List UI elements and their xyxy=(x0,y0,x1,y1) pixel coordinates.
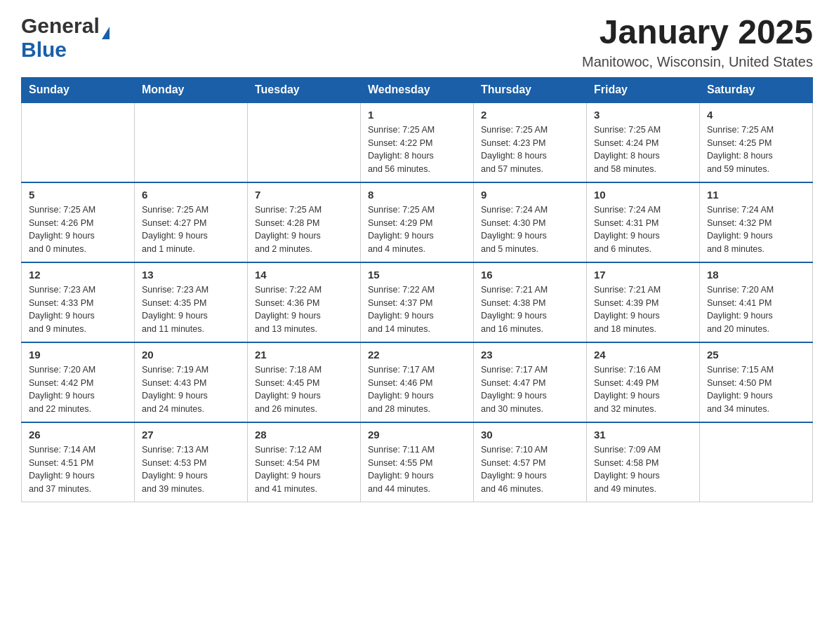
calendar-cell: 30Sunrise: 7:10 AM Sunset: 4:57 PM Dayli… xyxy=(474,422,587,502)
day-info: Sunrise: 7:24 AM Sunset: 4:31 PM Dayligh… xyxy=(594,203,692,256)
calendar-cell: 12Sunrise: 7:23 AM Sunset: 4:33 PM Dayli… xyxy=(22,262,135,342)
day-info: Sunrise: 7:10 AM Sunset: 4:57 PM Dayligh… xyxy=(481,443,579,496)
weekday-header-thursday: Thursday xyxy=(474,77,587,102)
calendar-cell: 13Sunrise: 7:23 AM Sunset: 4:35 PM Dayli… xyxy=(135,262,248,342)
calendar-cell: 3Sunrise: 7:25 AM Sunset: 4:24 PM Daylig… xyxy=(587,102,700,182)
calendar-cell: 16Sunrise: 7:21 AM Sunset: 4:38 PM Dayli… xyxy=(474,262,587,342)
weekday-header-wednesday: Wednesday xyxy=(361,77,474,102)
day-number: 10 xyxy=(594,189,692,201)
day-info: Sunrise: 7:13 AM Sunset: 4:53 PM Dayligh… xyxy=(142,443,240,496)
calendar-cell xyxy=(248,102,361,182)
day-number: 9 xyxy=(481,189,579,201)
day-number: 30 xyxy=(481,429,579,441)
calendar-cell: 22Sunrise: 7:17 AM Sunset: 4:46 PM Dayli… xyxy=(361,342,474,422)
calendar-cell xyxy=(22,102,135,182)
day-number: 15 xyxy=(368,269,466,281)
calendar-cell: 8Sunrise: 7:25 AM Sunset: 4:29 PM Daylig… xyxy=(361,182,474,262)
day-number: 25 xyxy=(707,349,805,361)
day-info: Sunrise: 7:11 AM Sunset: 4:55 PM Dayligh… xyxy=(368,443,466,496)
day-info: Sunrise: 7:15 AM Sunset: 4:50 PM Dayligh… xyxy=(707,363,805,416)
day-info: Sunrise: 7:14 AM Sunset: 4:51 PM Dayligh… xyxy=(29,443,127,496)
page-title: January 2025 xyxy=(582,14,813,51)
day-number: 22 xyxy=(368,349,466,361)
day-info: Sunrise: 7:23 AM Sunset: 4:33 PM Dayligh… xyxy=(29,283,127,336)
calendar-cell: 14Sunrise: 7:22 AM Sunset: 4:36 PM Dayli… xyxy=(248,262,361,342)
day-info: Sunrise: 7:18 AM Sunset: 4:45 PM Dayligh… xyxy=(255,363,353,416)
day-number: 28 xyxy=(255,429,353,441)
day-info: Sunrise: 7:21 AM Sunset: 4:39 PM Dayligh… xyxy=(594,283,692,336)
weekday-header-sunday: Sunday xyxy=(22,77,135,102)
day-number: 23 xyxy=(481,349,579,361)
logo: General Blue xyxy=(21,14,110,62)
title-block: January 2025 Manitowoc, Wisconsin, Unite… xyxy=(582,14,813,70)
day-number: 16 xyxy=(481,269,579,281)
calendar-week-row: 26Sunrise: 7:14 AM Sunset: 4:51 PM Dayli… xyxy=(22,422,813,502)
day-info: Sunrise: 7:20 AM Sunset: 4:42 PM Dayligh… xyxy=(29,363,127,416)
day-number: 7 xyxy=(255,189,353,201)
calendar-cell: 15Sunrise: 7:22 AM Sunset: 4:37 PM Dayli… xyxy=(361,262,474,342)
weekday-header-saturday: Saturday xyxy=(700,77,813,102)
day-info: Sunrise: 7:16 AM Sunset: 4:49 PM Dayligh… xyxy=(594,363,692,416)
weekday-header-friday: Friday xyxy=(587,77,700,102)
day-number: 8 xyxy=(368,189,466,201)
day-number: 29 xyxy=(368,429,466,441)
calendar-week-row: 19Sunrise: 7:20 AM Sunset: 4:42 PM Dayli… xyxy=(22,342,813,422)
day-number: 21 xyxy=(255,349,353,361)
day-number: 18 xyxy=(707,269,805,281)
day-info: Sunrise: 7:22 AM Sunset: 4:37 PM Dayligh… xyxy=(368,283,466,336)
day-info: Sunrise: 7:25 AM Sunset: 4:27 PM Dayligh… xyxy=(142,203,240,256)
calendar-cell: 21Sunrise: 7:18 AM Sunset: 4:45 PM Dayli… xyxy=(248,342,361,422)
day-info: Sunrise: 7:25 AM Sunset: 4:23 PM Dayligh… xyxy=(481,123,579,176)
calendar-cell: 29Sunrise: 7:11 AM Sunset: 4:55 PM Dayli… xyxy=(361,422,474,502)
day-info: Sunrise: 7:17 AM Sunset: 4:47 PM Dayligh… xyxy=(481,363,579,416)
calendar-table: SundayMondayTuesdayWednesdayThursdayFrid… xyxy=(21,77,813,502)
calendar-cell: 4Sunrise: 7:25 AM Sunset: 4:25 PM Daylig… xyxy=(700,102,813,182)
calendar-cell: 1Sunrise: 7:25 AM Sunset: 4:22 PM Daylig… xyxy=(361,102,474,182)
page-header: General Blue January 2025 Manitowoc, Wis… xyxy=(21,14,813,70)
calendar-cell: 6Sunrise: 7:25 AM Sunset: 4:27 PM Daylig… xyxy=(135,182,248,262)
calendar-cell: 5Sunrise: 7:25 AM Sunset: 4:26 PM Daylig… xyxy=(22,182,135,262)
calendar-cell xyxy=(135,102,248,182)
calendar-cell: 17Sunrise: 7:21 AM Sunset: 4:39 PM Dayli… xyxy=(587,262,700,342)
calendar-cell: 10Sunrise: 7:24 AM Sunset: 4:31 PM Dayli… xyxy=(587,182,700,262)
day-number: 2 xyxy=(481,109,579,121)
day-info: Sunrise: 7:25 AM Sunset: 4:22 PM Dayligh… xyxy=(368,123,466,176)
day-number: 14 xyxy=(255,269,353,281)
day-info: Sunrise: 7:24 AM Sunset: 4:30 PM Dayligh… xyxy=(481,203,579,256)
calendar-cell: 28Sunrise: 7:12 AM Sunset: 4:54 PM Dayli… xyxy=(248,422,361,502)
weekday-header-tuesday: Tuesday xyxy=(248,77,361,102)
page-subtitle: Manitowoc, Wisconsin, United States xyxy=(582,54,813,70)
day-number: 13 xyxy=(142,269,240,281)
day-info: Sunrise: 7:09 AM Sunset: 4:58 PM Dayligh… xyxy=(594,443,692,496)
calendar-cell: 19Sunrise: 7:20 AM Sunset: 4:42 PM Dayli… xyxy=(22,342,135,422)
day-number: 26 xyxy=(29,429,127,441)
calendar-cell: 20Sunrise: 7:19 AM Sunset: 4:43 PM Dayli… xyxy=(135,342,248,422)
calendar-cell: 9Sunrise: 7:24 AM Sunset: 4:30 PM Daylig… xyxy=(474,182,587,262)
calendar-cell: 31Sunrise: 7:09 AM Sunset: 4:58 PM Dayli… xyxy=(587,422,700,502)
day-info: Sunrise: 7:22 AM Sunset: 4:36 PM Dayligh… xyxy=(255,283,353,336)
calendar-cell: 27Sunrise: 7:13 AM Sunset: 4:53 PM Dayli… xyxy=(135,422,248,502)
calendar-cell: 26Sunrise: 7:14 AM Sunset: 4:51 PM Dayli… xyxy=(22,422,135,502)
day-number: 19 xyxy=(29,349,127,361)
calendar-cell: 18Sunrise: 7:20 AM Sunset: 4:41 PM Dayli… xyxy=(700,262,813,342)
day-number: 31 xyxy=(594,429,692,441)
day-number: 20 xyxy=(142,349,240,361)
day-number: 1 xyxy=(368,109,466,121)
calendar-week-row: 5Sunrise: 7:25 AM Sunset: 4:26 PM Daylig… xyxy=(22,182,813,262)
day-info: Sunrise: 7:25 AM Sunset: 4:24 PM Dayligh… xyxy=(594,123,692,176)
day-number: 6 xyxy=(142,189,240,201)
day-info: Sunrise: 7:25 AM Sunset: 4:26 PM Dayligh… xyxy=(29,203,127,256)
calendar-cell: 11Sunrise: 7:24 AM Sunset: 4:32 PM Dayli… xyxy=(700,182,813,262)
calendar-cell: 23Sunrise: 7:17 AM Sunset: 4:47 PM Dayli… xyxy=(474,342,587,422)
day-number: 12 xyxy=(29,269,127,281)
weekday-header-row: SundayMondayTuesdayWednesdayThursdayFrid… xyxy=(22,77,813,102)
day-info: Sunrise: 7:25 AM Sunset: 4:25 PM Dayligh… xyxy=(707,123,805,176)
day-number: 27 xyxy=(142,429,240,441)
day-info: Sunrise: 7:19 AM Sunset: 4:43 PM Dayligh… xyxy=(142,363,240,416)
calendar-cell xyxy=(700,422,813,502)
day-info: Sunrise: 7:24 AM Sunset: 4:32 PM Dayligh… xyxy=(707,203,805,256)
day-info: Sunrise: 7:25 AM Sunset: 4:28 PM Dayligh… xyxy=(255,203,353,256)
day-info: Sunrise: 7:20 AM Sunset: 4:41 PM Dayligh… xyxy=(707,283,805,336)
day-info: Sunrise: 7:17 AM Sunset: 4:46 PM Dayligh… xyxy=(368,363,466,416)
calendar-cell: 25Sunrise: 7:15 AM Sunset: 4:50 PM Dayli… xyxy=(700,342,813,422)
